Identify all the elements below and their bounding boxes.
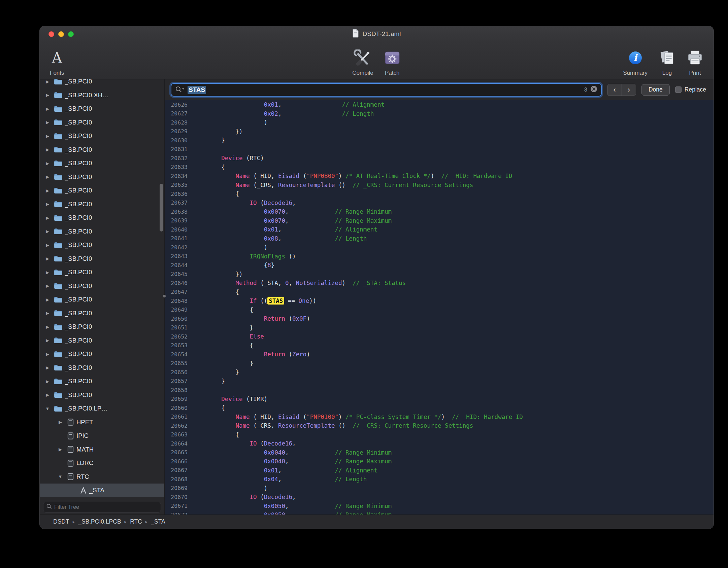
code-line[interactable]: 20645 }) <box>165 270 714 279</box>
disclosure-triangle[interactable]: ▶ <box>43 297 52 302</box>
disclosure-triangle[interactable]: ▶ <box>43 202 52 207</box>
disclosure-triangle[interactable]: ▶ <box>43 93 52 98</box>
disclosure-triangle[interactable]: ▶ <box>43 270 52 275</box>
titlebar[interactable]: DSDT-21.aml <box>40 26 714 42</box>
tree-item-sb-pci0[interactable]: ▶_SB.PCI0 <box>40 116 164 130</box>
zoom-button[interactable] <box>68 31 74 37</box>
code-line[interactable]: 20634 Name (_HID, EisaId ("PNP0B00") /* … <box>165 172 714 181</box>
patch-button[interactable]: Patch <box>384 42 401 79</box>
clear-search-icon[interactable] <box>590 85 598 94</box>
breadcrumb-item[interactable]: _SB.PCI0.LPCB <box>78 518 121 525</box>
disclosure-triangle[interactable]: ▶ <box>43 283 52 288</box>
find-previous-button[interactable]: ‹ <box>607 84 622 96</box>
disclosure-triangle[interactable]: ▶ <box>43 324 52 329</box>
summary-button[interactable]: i Summary <box>623 42 648 79</box>
filter-tree-input[interactable]: Filter Tree <box>43 502 161 512</box>
tree-item-sb-pci0[interactable]: ▶_SB.PCI0 <box>40 102 164 116</box>
tree-item-sb-pci0[interactable]: ▶_SB.PCI0 <box>40 265 164 279</box>
code-line[interactable]: 20626 0x01, // Alignment <box>165 100 714 109</box>
code-line[interactable]: 20631 <box>165 145 714 154</box>
disclosure-triangle[interactable]: ▶ <box>43 106 52 111</box>
disclosure-triangle[interactable]: ▶ <box>43 311 52 316</box>
tree-item-sb-pci0[interactable]: ▶_SB.PCI0 <box>40 307 164 320</box>
code-line[interactable]: 20670 IO (Decode16, <box>165 493 714 502</box>
tree-item-sb-pci0[interactable]: ▶_SB.PCI0 <box>40 361 164 375</box>
disclosure-triangle[interactable]: ▶ <box>43 188 52 193</box>
replace-checkbox[interactable] <box>675 86 682 93</box>
code-line[interactable]: 20657 } <box>165 377 714 386</box>
code-line[interactable]: 20641 0x08, // Length <box>165 234 714 243</box>
code-line[interactable]: 20630 } <box>165 136 714 145</box>
code-line[interactable]: 20658 <box>165 386 714 395</box>
code-line[interactable]: 20656 } <box>165 368 714 377</box>
minimize-button[interactable] <box>58 31 64 37</box>
code-line[interactable]: 20672 0x0050, // Range Maximum <box>165 510 714 514</box>
code-line[interactable]: 20637 IO (Decode16, <box>165 199 714 208</box>
tree-item-sb-pci0[interactable]: ▶_SB.PCI0 <box>40 184 164 198</box>
code-line[interactable]: 20661 Name (_HID, EisaId ("PNP0100") /* … <box>165 413 714 422</box>
tree-item-sb-pci0[interactable]: ▶_SB.PCI0 <box>40 293 164 307</box>
close-button[interactable] <box>48 31 54 37</box>
tree-item-ipic[interactable]: IPIC <box>40 429 164 443</box>
disclosure-triangle[interactable]: ▶ <box>43 243 52 248</box>
tree-item-sb-pci0[interactable]: ▶_SB.PCI0 <box>40 252 164 266</box>
find-input[interactable]: STAS 3 <box>171 83 602 97</box>
tree-item-math[interactable]: ▶MATH <box>40 443 164 457</box>
pane-resize-handle[interactable] <box>163 295 166 297</box>
disclosure-triangle[interactable]: ▶ <box>56 447 65 452</box>
disclosure-triangle[interactable]: ▶ <box>43 79 52 84</box>
disclosure-triangle[interactable]: ▶ <box>43 256 52 261</box>
code-line[interactable]: 20647 { <box>165 288 714 297</box>
code-line[interactable]: 20640 0x01, // Alignment <box>165 225 714 234</box>
tree-item-ldrc[interactable]: LDRC <box>40 456 164 470</box>
tree-item-sb-pci0-lp[interactable]: ▼_SB.PCI0.LP… <box>40 402 164 416</box>
code-line[interactable]: 20649 { <box>165 306 714 315</box>
code-line[interactable]: 20628 ) <box>165 118 714 127</box>
code-line[interactable]: 20632 Device (RTC) <box>165 154 714 163</box>
code-line[interactable]: 20659 Device (TIMR) <box>165 395 714 404</box>
code-line[interactable]: 20663 { <box>165 430 714 439</box>
tree-item-sb-pci0[interactable]: ▶_SB.PCI0 <box>40 225 164 239</box>
code-line[interactable]: 20660 { <box>165 403 714 413</box>
tree-item-sb-pci0[interactable]: ▶_SB.PCI0 <box>40 347 164 361</box>
code-line[interactable]: 20652 Else <box>165 332 714 341</box>
disclosure-triangle[interactable]: ▶ <box>43 392 52 397</box>
tree-item-sb-pci0[interactable]: ▶_SB.PCI0 <box>40 156 164 170</box>
disclosure-triangle[interactable]: ▼ <box>43 406 52 411</box>
code-line[interactable]: 20668 0x04, // Length <box>165 475 714 484</box>
print-button[interactable]: Print <box>687 42 703 79</box>
find-next-button[interactable]: › <box>622 84 636 96</box>
disclosure-triangle[interactable]: ▶ <box>56 420 65 425</box>
log-button[interactable]: Log <box>659 42 675 79</box>
disclosure-triangle[interactable]: ▶ <box>43 147 52 152</box>
disclosure-triangle[interactable]: ▶ <box>43 174 52 179</box>
search-options-icon[interactable] <box>175 85 185 94</box>
disclosure-triangle[interactable]: ▶ <box>43 338 52 343</box>
tree-item-rtc[interactable]: ▼RTC <box>40 470 164 484</box>
tree-item-sb-pci0[interactable]: ▶_SB.PCI0 <box>40 129 164 143</box>
tree-item-sb-pci0[interactable]: ▶_SB.PCI0 <box>40 320 164 334</box>
disclosure-triangle[interactable]: ▶ <box>43 365 52 370</box>
code-line[interactable]: 20644 {8} <box>165 261 714 270</box>
code-line[interactable]: 20639 0x0070, // Range Maximum <box>165 216 714 225</box>
tree-item-hpet[interactable]: ▶HPET <box>40 416 164 429</box>
disclosure-triangle[interactable]: ▶ <box>43 229 52 234</box>
code-line[interactable]: 20655 } <box>165 359 714 368</box>
code-line[interactable]: 20666 0x0040, // Range Maximum <box>165 457 714 466</box>
disclosure-triangle[interactable]: ▶ <box>43 352 52 357</box>
disclosure-triangle[interactable]: ▶ <box>43 134 52 139</box>
tree-item-sb-pci0[interactable]: ▶_SB.PCI0 <box>40 334 164 348</box>
tree-item-sb-pci0[interactable]: ▶_SB.PCI0 <box>40 198 164 211</box>
breadcrumb-item[interactable]: _STA <box>151 518 165 525</box>
code-line[interactable]: 20650 Return (0x0F) <box>165 314 714 323</box>
compile-button[interactable]: Compile <box>352 42 373 79</box>
code-line[interactable]: 20662 Name (_CRS, ResourceTemplate () //… <box>165 421 714 430</box>
tree-item-sb-pci0[interactable]: ▶_SB.PCI0 <box>40 75 164 88</box>
code-line[interactable]: 20654 Return (Zero) <box>165 350 714 359</box>
code-line[interactable]: 20653 { <box>165 341 714 350</box>
code-line[interactable]: 20669 ) <box>165 484 714 493</box>
breadcrumb-item[interactable]: DSDT <box>53 518 69 525</box>
tree-item-sta[interactable]: _STA <box>40 484 164 497</box>
code-line[interactable]: 20651 } <box>165 323 714 332</box>
tree-item-sb-pci0-xh[interactable]: ▶_SB.PCI0.XH… <box>40 88 164 102</box>
